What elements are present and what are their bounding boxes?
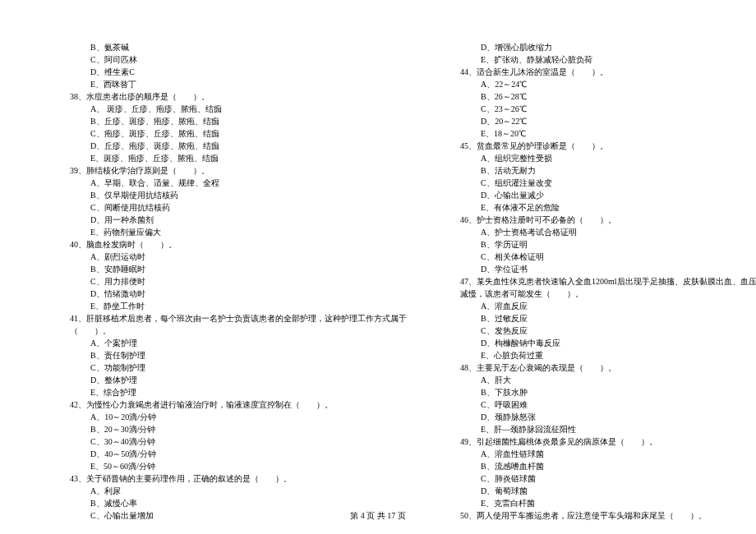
- option: B、丘疹、斑疹、疱疹、脓疱、结痂: [49, 115, 407, 127]
- question-46: 46、护士资格注册时可不必备的（ ）。: [440, 214, 756, 226]
- question-43: 43、关于硝普钠的主要药理作用，正确的叙述的是（ ）。: [49, 472, 407, 485]
- option: B、安静睡眠时: [49, 263, 407, 275]
- option: E、50～60滴/分钟: [49, 460, 407, 472]
- option: D、维生素C: [49, 66, 407, 78]
- option: A、早期、联合、适量、规律、全程: [49, 177, 407, 189]
- option: A、溶血反应: [440, 300, 756, 312]
- question-42: 42、为慢性心力衰竭患者进行输液治疗时，输液速度宜控制在（ ）。: [49, 398, 407, 411]
- option: B、氨茶碱: [49, 41, 407, 53]
- option: B、下肢水肿: [440, 386, 756, 398]
- option: C、阿司匹林: [49, 53, 407, 66]
- option: C、呼吸困难: [440, 398, 756, 411]
- question-44: 44、适合新生儿沐浴的室温是（ ）。: [440, 66, 756, 78]
- option: C、23～26℃: [440, 103, 756, 115]
- option: B、活动无耐力: [440, 164, 756, 177]
- right-column: D、增强心肌收缩力 E、扩张动、静脉减轻心脏负荷 44、适合新生儿沐浴的室温是（…: [440, 41, 756, 522]
- option: A、 斑疹、丘疹、疱疹、脓疱、结痂: [49, 103, 407, 115]
- option: B、学历证明: [440, 238, 756, 251]
- option: C、相关体检证明: [440, 251, 756, 263]
- option: D、40～50滴/分钟: [49, 448, 407, 460]
- question-47-cont: 减慢，该患者可能发生（ ）。: [440, 288, 756, 300]
- option: C、发热反应: [440, 325, 756, 337]
- exam-page: B、氨茶碱 C、阿司匹林 D、维生素C E、西咪替丁 38、水痘患者出疹的顺序是…: [49, 41, 707, 522]
- question-41-cont: （ ）。: [49, 325, 407, 337]
- option: E、心脏负荷过重: [440, 349, 756, 361]
- option: A、护士资格考试合格证明: [440, 226, 756, 238]
- option: D、情绪激动时: [49, 288, 407, 300]
- option: C、肺炎链球菌: [440, 472, 756, 485]
- option: A、个案护理: [49, 337, 407, 349]
- option: B、26～28℃: [440, 90, 756, 103]
- option: C、组织灌注量改变: [440, 177, 756, 189]
- option: C、疱疹、斑疹、丘疹、脓疱、结痂: [49, 127, 407, 140]
- question-47: 47、某失血性休克患者快速输入全血1200ml后出现手足抽搐、皮肤黏膜出血、血压…: [440, 275, 756, 288]
- option: D、葡萄球菌: [440, 485, 756, 497]
- option: E、斑疹、疱疹、丘疹、脓疱、结痂: [49, 152, 407, 164]
- option: B、20～30滴/分钟: [49, 423, 407, 435]
- left-column: B、氨茶碱 C、阿司匹林 D、维生素C E、西咪替丁 38、水痘患者出疹的顺序是…: [49, 41, 407, 522]
- option: B、减慢心率: [49, 497, 407, 509]
- option: B、过敏反应: [440, 312, 756, 325]
- option: D、20～22℃: [440, 115, 756, 127]
- page-footer: 第 4 页 共 17 页: [0, 509, 756, 522]
- option: E、西咪替丁: [49, 78, 407, 90]
- option: E、有体液不足的危险: [440, 201, 756, 214]
- option: A、肝大: [440, 374, 756, 386]
- option: B、流感嗜血杆菌: [440, 460, 756, 472]
- option: D、颈静脉怒张: [440, 411, 756, 423]
- question-40: 40、脑血栓发病时（ ）。: [49, 238, 407, 251]
- option: C、30～40滴/分钟: [49, 435, 407, 448]
- option: A、组织完整性受损: [440, 152, 756, 164]
- option: E、静坐工作时: [49, 300, 407, 312]
- option: D、用一种杀菌剂: [49, 214, 407, 226]
- option: D、心输出量减少: [440, 189, 756, 201]
- option: E、综合护理: [49, 386, 407, 398]
- option: A、溶血性链球菌: [440, 448, 756, 460]
- question-45: 45、贫血最常见的护理诊断是（ ）。: [440, 140, 756, 152]
- option: A、10～20滴/分钟: [49, 411, 407, 423]
- question-39: 39、肺结核化学治疗原则是（ ）。: [49, 164, 407, 177]
- option: E、克雷白杆菌: [440, 497, 756, 509]
- option: E、18～20℃: [440, 127, 756, 140]
- option: A、剧烈运动时: [49, 251, 407, 263]
- option: C、用力排便时: [49, 275, 407, 288]
- option: B、仅早期使用抗结核药: [49, 189, 407, 201]
- option: D、丘疹、疱疹、斑疹、脓疱、结痂: [49, 140, 407, 152]
- question-49: 49、引起细菌性扁桃体炎最多见的病原体是（ ）。: [440, 435, 756, 448]
- option: D、枸橼酸钠中毒反应: [440, 337, 756, 349]
- question-38: 38、水痘患者出疹的顺序是（ ）。: [49, 90, 407, 103]
- option: A、利尿: [49, 485, 407, 497]
- option: D、学位证书: [440, 263, 756, 275]
- question-48: 48、主要见于左心衰竭的表现是（ ）。: [440, 361, 756, 374]
- question-41: 41、肝脏移植术后患者，每个班次由一名护士负责该患者的全部护理，这种护理工作方式…: [49, 312, 407, 325]
- option: E、药物剂量应偏大: [49, 226, 407, 238]
- option: A、22～24℃: [440, 78, 756, 90]
- option: B、责任制护理: [49, 349, 407, 361]
- option: D、增强心肌收缩力: [440, 41, 756, 53]
- option: E、肝—颈静脉回流征阳性: [440, 423, 756, 435]
- option: C、功能制护理: [49, 361, 407, 374]
- option: E、扩张动、静脉减轻心脏负荷: [440, 53, 756, 66]
- option: D、整体护理: [49, 374, 407, 386]
- option: C、间断使用抗结核药: [49, 201, 407, 214]
